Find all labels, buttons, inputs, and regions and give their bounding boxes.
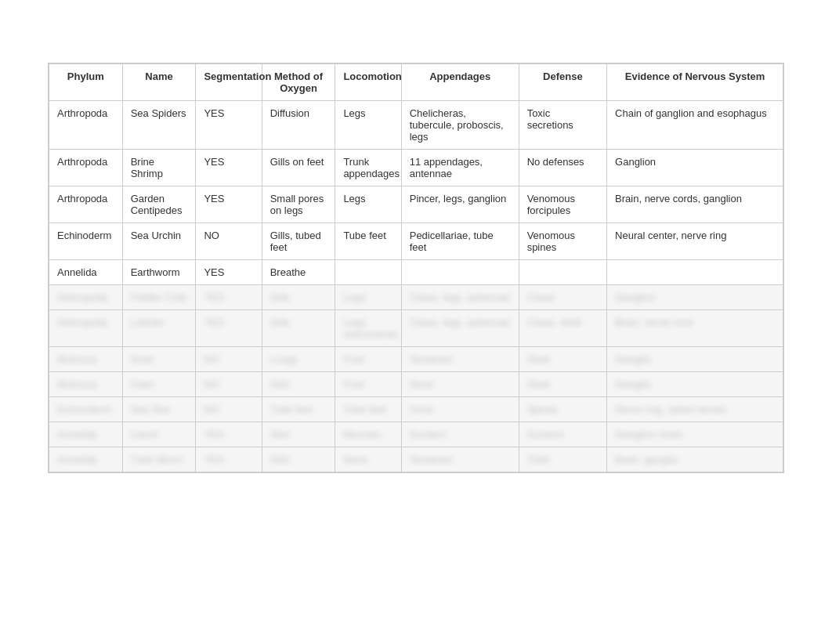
header-name: Name — [122, 64, 196, 101]
table-row: ArthropodaBrine ShrimpYESGills on feetTr… — [49, 150, 783, 186]
table-cell: YES — [196, 422, 262, 447]
table-cell: NO — [196, 347, 262, 372]
table-cell: Mollusca — [49, 347, 123, 372]
table-cell: Arthropoda — [49, 186, 123, 223]
table-cell: Ganglion chain — [607, 422, 783, 447]
biology-table: Phylum Name Segmentation Method of Oxyge… — [49, 63, 783, 472]
table-cell: Sea Urchin — [122, 223, 196, 260]
table-cell: Gills — [262, 447, 335, 472]
table-cell: Tube feet — [335, 397, 401, 422]
table-cell: Annelida — [49, 422, 123, 447]
table-cell: Muscles — [335, 422, 401, 447]
header-phylum: Phylum — [49, 64, 123, 101]
table-row: MolluscaClamNOGillsFootNoneShellGanglia — [49, 372, 783, 397]
table-cell: Diffusion — [262, 101, 335, 150]
table-cell: NO — [196, 397, 262, 422]
table-cell: Trunk appendages — [335, 150, 401, 186]
table-cell: Echinoderm — [49, 223, 123, 260]
table-cell: Legs — [335, 101, 401, 150]
table-cell: Snail — [122, 347, 196, 372]
table-cell: Arthropoda — [49, 285, 123, 310]
table-row: AnnelidaLeechYESSkinMusclesSuckersSucker… — [49, 422, 783, 447]
table-cell: Arms — [401, 397, 519, 422]
table-cell: Suckers — [519, 422, 606, 447]
table-cell: Claws, shell — [519, 310, 606, 347]
table-cell: Tube feet — [335, 223, 401, 260]
table-cell: Legs — [335, 186, 401, 223]
table-cell: Annelida — [49, 260, 123, 285]
table-cell: Sea Star — [122, 397, 196, 422]
main-table-wrapper: Phylum Name Segmentation Method of Oxyge… — [48, 63, 784, 473]
table-cell: Venomous spines — [519, 223, 606, 260]
table-cell: Small pores on legs — [262, 186, 335, 223]
table-row: MolluscaSnailNOLungsFootTentaclesShellGa… — [49, 347, 783, 372]
table-cell: None — [401, 372, 519, 397]
table-cell: Mollusca — [49, 372, 123, 397]
table-cell: Arthropoda — [49, 101, 123, 150]
table-cell: Pedicellariae, tube feet — [401, 223, 519, 260]
table-row: AnnelidaEarthwormYESBreathe — [49, 260, 783, 285]
table-cell: Tube Worm — [122, 447, 196, 472]
table-cell: Breathe — [262, 260, 335, 285]
table-cell: Shell — [519, 372, 606, 397]
table-cell: Legs — [335, 285, 401, 310]
table-cell: YES — [196, 186, 262, 223]
table-cell: Earthworm — [122, 260, 196, 285]
table-cell: Tentacles — [401, 447, 519, 472]
table-cell: Foot — [335, 347, 401, 372]
table-cell: Brain, nerve cords, ganglion — [607, 186, 783, 223]
header-defense: Defense — [519, 64, 606, 101]
table-cell: Gills — [262, 285, 335, 310]
table-header-row: Phylum Name Segmentation Method of Oxyge… — [49, 64, 783, 101]
table-cell: Gills on feet — [262, 150, 335, 186]
table-cell: Spines — [519, 397, 606, 422]
table-cell — [607, 260, 783, 285]
table-cell: Garden Centipedes — [122, 186, 196, 223]
table-cell: YES — [196, 310, 262, 347]
table-row: EchinodermSea StarNOTube feetTube feetAr… — [49, 397, 783, 422]
table-cell: Clam — [122, 372, 196, 397]
table-cell: Chain of ganglion and esophagus — [607, 101, 783, 150]
table-cell: Brain, ganglia — [607, 447, 783, 472]
table-cell: Ganglion — [607, 150, 783, 186]
table-cell: Skin — [262, 422, 335, 447]
table-cell: Lungs — [262, 347, 335, 372]
table-cell: YES — [196, 150, 262, 186]
table-cell: Venomous forcipules — [519, 186, 606, 223]
table-cell: No defenses — [519, 150, 606, 186]
table-cell: Arthropoda — [49, 150, 123, 186]
table-row: AnnelidaTube WormYESGillsNoneTentaclesTu… — [49, 447, 783, 472]
table-cell: Arthropoda — [49, 310, 123, 347]
table-cell: Gills — [262, 372, 335, 397]
table-cell: Lobster — [122, 310, 196, 347]
header-locomotion: Locomotion — [335, 64, 401, 101]
table-cell: Gills, tubed feet — [262, 223, 335, 260]
header-nervous: Evidence of Nervous System — [607, 64, 783, 101]
table-cell: Fiddler Crab — [122, 285, 196, 310]
table-cell: Nerve ring, radial nerves — [607, 397, 783, 422]
table-cell: YES — [196, 447, 262, 472]
header-oxygen: Method of Oxygen — [262, 64, 335, 101]
table-cell: Claws — [519, 285, 606, 310]
table-cell: Ganglion — [607, 285, 783, 310]
table-cell: YES — [196, 285, 262, 310]
table-cell: Suckers — [401, 422, 519, 447]
table-cell — [519, 260, 606, 285]
table-cell: YES — [196, 260, 262, 285]
table-cell: Shell — [519, 347, 606, 372]
table-row: ArthropodaGarden CentipedesYESSmall pore… — [49, 186, 783, 223]
header-segmentation: Segmentation — [196, 64, 262, 101]
table-cell: Annelida — [49, 447, 123, 472]
table-cell: Gills — [262, 310, 335, 347]
table-cell: Ganglia — [607, 372, 783, 397]
table-cell: Foot — [335, 372, 401, 397]
table-cell: Ganglia — [607, 347, 783, 372]
table-cell — [335, 260, 401, 285]
table-row: ArthropodaFiddler CrabYESGillsLegsClaws,… — [49, 285, 783, 310]
header-appendages: Appendages — [401, 64, 519, 101]
table-cell: Legs, swimmerets — [335, 310, 401, 347]
table-cell: Claws, legs, antennae — [401, 310, 519, 347]
table-cell: NO — [196, 372, 262, 397]
table-cell: YES — [196, 101, 262, 150]
table-cell: Tube feet — [262, 397, 335, 422]
